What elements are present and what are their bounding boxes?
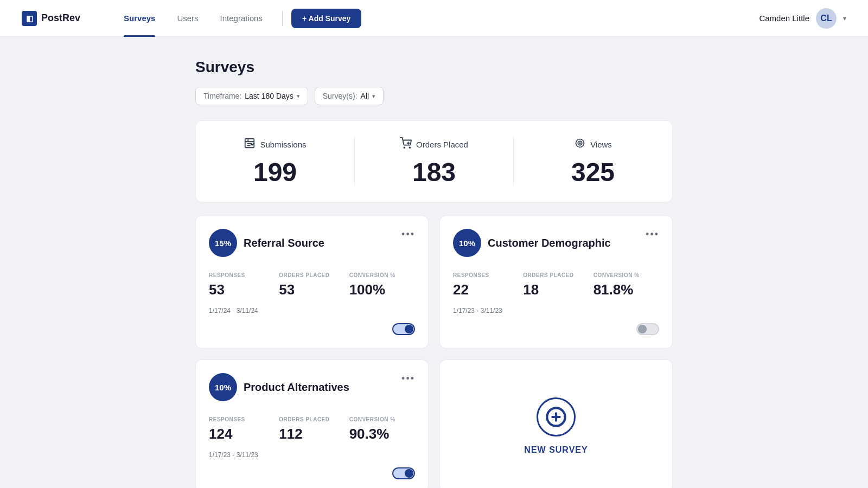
responses-value-2: 22 [453, 281, 519, 298]
stat-orders-header: Orders Placed [400, 137, 468, 152]
orders-value: 183 [412, 159, 456, 185]
responses-label-1: RESPONSES [209, 272, 275, 278]
stat-views-header: Views [574, 137, 612, 152]
new-survey-card[interactable]: NEW SURVEY [439, 359, 673, 488]
conversion-label-2: CONVERSION % [593, 272, 659, 278]
card-header-3: 10% Product Alternatives [209, 373, 415, 401]
card-stats-3: RESPONSES 124 ORDERS PLACED 112 CONVERSI… [209, 416, 415, 442]
orders-value-2: 18 [523, 281, 589, 298]
card-stat-orders-1: ORDERS PLACED 53 [279, 272, 344, 298]
surveys-grid: 15% Referral Source ••• RESPONSES 53 ORD… [195, 215, 673, 488]
timeframe-label: Timeframe: [203, 92, 241, 100]
logo[interactable]: ◧ PostRev [22, 11, 80, 26]
stat-submissions: Submissions 199 [196, 137, 354, 185]
responses-value-1: 53 [209, 281, 275, 298]
stat-views: Views 325 [513, 137, 672, 185]
card-footer-2 [453, 323, 659, 335]
toggle-thumb-1 [405, 325, 413, 333]
card-date-3: 1/17/23 - 3/11/23 [209, 451, 415, 459]
card-stat-conversion-2: CONVERSION % 81.8% [593, 272, 659, 298]
nav-right: Camden Little CL ▾ [759, 8, 846, 29]
card-footer-3 [209, 467, 415, 479]
responses-label-3: RESPONSES [209, 416, 275, 422]
card-menu-button-1[interactable]: ••• [399, 227, 417, 242]
views-label: Views [590, 140, 612, 149]
submissions-label: Submissions [260, 140, 306, 149]
toggle-1[interactable] [392, 323, 415, 335]
card-stat-responses-3: RESPONSES 124 [209, 416, 275, 442]
survey-card-product-alternatives: 10% Product Alternatives ••• RESPONSES 1… [195, 359, 429, 488]
card-stat-responses-2: RESPONSES 22 [453, 272, 519, 298]
new-survey-icon [537, 397, 576, 436]
stats-row: Submissions 199 Orders Placed 183 [195, 120, 673, 202]
conversion-value-2: 81.8% [593, 281, 659, 298]
card-header-1: 15% Referral Source [209, 229, 415, 257]
card-stats-2: RESPONSES 22 ORDERS PLACED 18 CONVERSION… [453, 272, 659, 298]
orders-label-3: ORDERS PLACED [279, 416, 344, 422]
submissions-value: 199 [253, 159, 297, 185]
logo-icon: ◧ [22, 11, 37, 26]
toggle-thumb-3 [405, 469, 413, 478]
new-survey-label: NEW SURVEY [524, 445, 588, 455]
nav-divider [282, 11, 283, 26]
card-title-2: Customer Demographic [488, 237, 611, 249]
card-date-2: 1/17/23 - 3/11/23 [453, 307, 659, 314]
toggle-thumb-2 [638, 325, 647, 333]
nav-users[interactable]: Users [166, 0, 209, 37]
card-title-1: Referral Source [244, 237, 324, 249]
add-survey-button[interactable]: + Add Survey [291, 9, 361, 28]
nav-integrations[interactable]: Integrations [209, 0, 273, 37]
orders-label-2: ORDERS PLACED [523, 272, 589, 278]
stat-submissions-header: Submissions [244, 137, 306, 152]
svg-point-5 [409, 147, 410, 148]
conversion-label-3: CONVERSION % [349, 416, 415, 422]
surveys-filter[interactable]: Survey(s): All ▾ [315, 87, 384, 105]
conversion-value-1: 100% [349, 281, 415, 298]
card-badge-3: 10% [209, 373, 237, 401]
orders-value-1: 53 [279, 281, 344, 298]
user-menu-chevron[interactable]: ▾ [843, 15, 846, 22]
orders-value-3: 112 [279, 426, 344, 442]
card-badge-1: 15% [209, 229, 237, 257]
svg-point-4 [404, 147, 405, 148]
card-stat-conversion-1: CONVERSION % 100% [349, 272, 415, 298]
main-content: Surveys Timeframe: Last 180 Days ▾ Surve… [184, 37, 684, 488]
card-stat-conversion-3: CONVERSION % 90.3% [349, 416, 415, 442]
timeframe-value: Last 180 Days [245, 92, 293, 100]
submissions-icon [244, 137, 256, 152]
survey-card-customer-demographic: 10% Customer Demographic ••• RESPONSES 2… [439, 215, 673, 349]
orders-label: Orders Placed [416, 140, 468, 149]
views-value: 325 [571, 159, 615, 185]
nav-surveys[interactable]: Surveys [113, 0, 166, 37]
card-menu-button-3[interactable]: ••• [399, 371, 417, 387]
surveys-label: Survey(s): [323, 92, 358, 100]
card-badge-2: 10% [453, 229, 481, 257]
card-stat-responses-1: RESPONSES 53 [209, 272, 275, 298]
svg-point-10 [579, 143, 580, 144]
timeframe-filter[interactable]: Timeframe: Last 180 Days ▾ [195, 87, 308, 105]
navbar: ◧ PostRev Surveys Users Integrations + A… [0, 0, 868, 37]
responses-value-3: 124 [209, 426, 275, 442]
toggle-2[interactable] [636, 323, 659, 335]
page-title: Surveys [195, 59, 673, 76]
toggle-3[interactable] [392, 467, 415, 479]
nav-links: Surveys Users Integrations + Add Survey [113, 0, 759, 37]
card-header-2: 10% Customer Demographic [453, 229, 659, 257]
survey-card-referral-source: 15% Referral Source ••• RESPONSES 53 ORD… [195, 215, 429, 349]
filters: Timeframe: Last 180 Days ▾ Survey(s): Al… [195, 87, 673, 105]
logo-text: PostRev [41, 12, 80, 24]
card-title-3: Product Alternatives [244, 381, 349, 394]
card-footer-1 [209, 323, 415, 335]
card-menu-button-2[interactable]: ••• [643, 227, 661, 242]
responses-label-2: RESPONSES [453, 272, 519, 278]
conversion-value-3: 90.3% [349, 426, 415, 442]
timeframe-arrow: ▾ [297, 93, 300, 100]
orders-icon [400, 137, 412, 152]
card-stat-orders-2: ORDERS PLACED 18 [523, 272, 589, 298]
stat-orders: Orders Placed 183 [354, 137, 513, 185]
card-stat-orders-3: ORDERS PLACED 112 [279, 416, 344, 442]
avatar[interactable]: CL [816, 8, 837, 29]
orders-label-1: ORDERS PLACED [279, 272, 344, 278]
surveys-value: All [361, 92, 369, 100]
card-stats-1: RESPONSES 53 ORDERS PLACED 53 CONVERSION… [209, 272, 415, 298]
